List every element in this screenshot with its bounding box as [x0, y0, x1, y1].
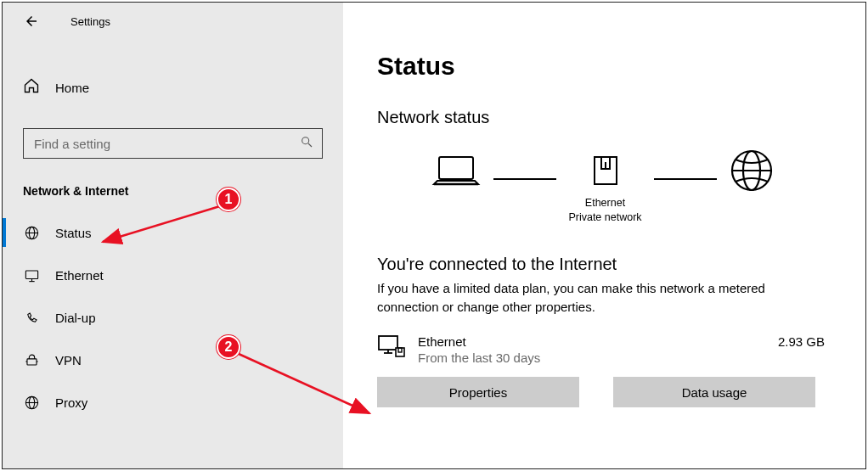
monitor-icon	[23, 267, 40, 283]
connected-description: If you have a limited data plan, you can…	[377, 279, 828, 317]
sidebar-item-vpn[interactable]: VPN	[3, 339, 343, 381]
svg-rect-21	[379, 336, 397, 350]
diagram-adapter-type: Private network	[568, 211, 641, 223]
properties-button[interactable]: Properties	[377, 377, 579, 407]
search-box[interactable]	[23, 128, 323, 159]
sidebar-item-label: Proxy	[55, 395, 87, 410]
sidebar-item-proxy[interactable]: Proxy	[3, 381, 343, 423]
svg-point-0	[302, 137, 309, 144]
adapter-name: Ethernet	[418, 334, 540, 349]
svg-point-10	[37, 361, 38, 362]
sidebar-item-label: VPN	[55, 353, 82, 367]
app-title: Settings	[70, 15, 110, 28]
annotation-callout-1: 1	[217, 188, 240, 211]
adapter-subtitle: From the last 30 days	[418, 350, 540, 365]
adapter-usage: 2.93 GB	[778, 334, 828, 349]
svg-point-9	[25, 361, 27, 362]
section-heading: Network status	[377, 108, 828, 127]
back-button[interactable]	[20, 9, 43, 33]
search-icon	[300, 135, 313, 152]
svg-rect-5	[25, 270, 37, 278]
router-icon	[591, 154, 620, 191]
sidebar-item-ethernet[interactable]: Ethernet	[3, 254, 343, 296]
svg-rect-15	[595, 157, 617, 184]
diagram-adapter-name: Ethernet	[585, 197, 625, 209]
globe-large-icon	[729, 148, 775, 197]
svg-line-1	[308, 143, 312, 147]
globe-icon	[23, 395, 40, 411]
svg-rect-14	[439, 157, 473, 179]
arrow-left-icon	[24, 14, 39, 29]
page-title: Status	[377, 52, 828, 81]
adapter-icon	[377, 334, 409, 363]
vpn-icon	[23, 352, 40, 368]
sidebar-item-label: Status	[55, 226, 92, 240]
sidebar-item-dialup[interactable]: Dial-up	[3, 296, 343, 339]
sidebar-home[interactable]: Home	[3, 69, 343, 106]
main-content: Status Network status Ethernet Private n…	[343, 3, 865, 468]
adapter-row: Ethernet From the last 30 days 2.93 GB	[377, 334, 828, 365]
connected-heading: You're connected to the Internet	[377, 255, 828, 274]
sidebar-item-label: Ethernet	[55, 268, 104, 283]
globe-icon	[23, 225, 40, 241]
dialup-icon	[23, 310, 40, 326]
search-input[interactable]	[24, 129, 322, 158]
home-label: Home	[55, 81, 89, 95]
laptop-icon	[431, 152, 482, 193]
data-usage-button[interactable]: Data usage	[613, 377, 815, 407]
sidebar-section-header: Network & Internet	[3, 184, 343, 198]
home-icon	[23, 77, 40, 98]
svg-rect-8	[26, 358, 36, 364]
sidebar-item-label: Dial-up	[55, 311, 96, 325]
annotation-callout-2: 2	[217, 335, 240, 359]
sidebar: Settings Home Network & Internet Status	[3, 3, 343, 468]
sidebar-item-status[interactable]: Status	[3, 211, 343, 254]
network-diagram: Ethernet Private network	[377, 148, 828, 231]
